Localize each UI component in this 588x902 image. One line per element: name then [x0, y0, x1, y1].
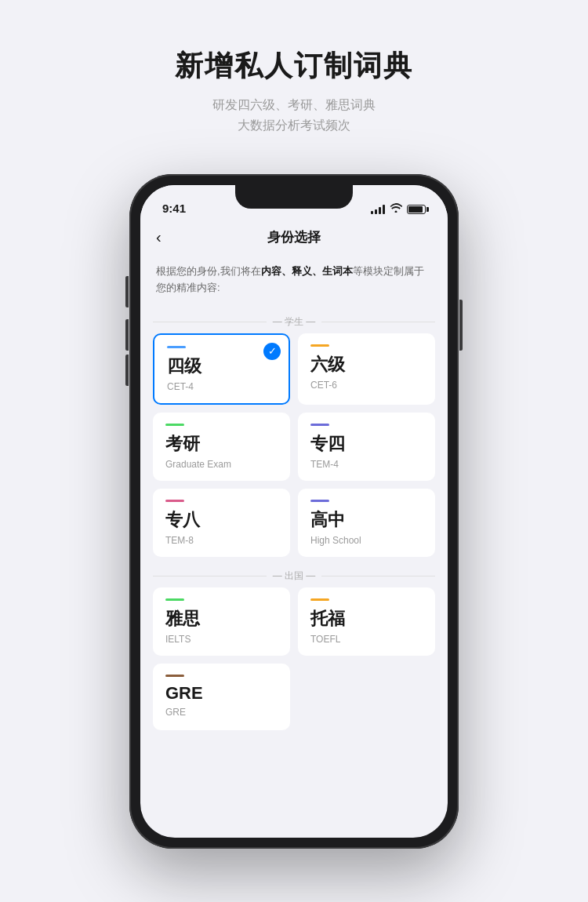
phone-wrapper: 9:41: [129, 174, 459, 849]
subtitle-line2: 大数据分析考试频次: [175, 115, 413, 136]
card-name-cet4: 四级: [167, 355, 276, 378]
card-sub-cet4: CET-4: [167, 381, 276, 392]
card-name-tem8: 专八: [165, 508, 278, 532]
card-sub-gre: GRE: [165, 707, 278, 718]
desc-prefix: 根据您的身份,我们将在: [156, 265, 261, 277]
cards-grid: 四级 CET-4 ✓ 六级 CET-6 考研 Graduate Exam: [140, 333, 448, 557]
card-name-tem4: 专四: [310, 432, 423, 456]
nav-title: 身份选择: [267, 228, 321, 246]
description-area: 根据您的身份,我们将在内容、释义、生词本等模块定制属于您的精准内容:: [140, 254, 448, 309]
card-accent-kaoyan: [165, 424, 184, 426]
subtitle-line1: 研发四六级、考研、雅思词典: [175, 95, 413, 115]
status-icons: [371, 203, 426, 215]
card-name-cet6: 六级: [310, 353, 423, 376]
card-sub-cet6: CET-6: [310, 380, 423, 391]
section-college-divider: — 学生 —: [140, 309, 448, 333]
check-circle-cet4: ✓: [263, 343, 281, 360]
card-sub-ielts: IELTS: [165, 634, 278, 645]
card-gre[interactable]: GRE GRE: [153, 664, 290, 730]
card-name-kaoyan: 考研: [165, 432, 278, 456]
wifi-icon: [390, 203, 402, 215]
card-name-highschool: 高中: [310, 508, 423, 532]
card-accent-tem4: [310, 424, 329, 426]
card-toefl[interactable]: 托福 TOEFL: [298, 587, 435, 656]
card-accent-highschool: [310, 500, 329, 502]
card-accent-cet4: [167, 346, 186, 348]
notch: [235, 185, 353, 209]
card-sub-tem4: TEM-4: [310, 459, 423, 470]
back-button[interactable]: ‹: [156, 228, 162, 246]
card-highschool[interactable]: 高中 High School: [298, 489, 435, 557]
card-cet6[interactable]: 六级 CET-6: [298, 333, 435, 405]
card-sub-highschool: High School: [310, 535, 423, 546]
desc-bold: 内容、释义、生词本: [261, 265, 353, 277]
card-ielts[interactable]: 雅思 IELTS: [153, 587, 290, 656]
phone-shell: 9:41: [129, 174, 459, 849]
card-name-ielts: 雅思: [165, 607, 278, 631]
card-accent-gre: [165, 675, 184, 677]
phone-screen: 9:41: [140, 185, 448, 838]
card-accent-toefl: [310, 598, 329, 601]
card-name-toefl: 托福: [310, 607, 423, 631]
header-section: 新增私人订制词典 研发四六级、考研、雅思词典 大数据分析考试频次: [175, 0, 413, 158]
section-abroad-divider: — 出国 —: [140, 563, 448, 587]
card-kaoyan[interactable]: 考研 Graduate Exam: [153, 413, 290, 481]
header-subtitle: 研发四六级、考研、雅思词典 大数据分析考试频次: [175, 95, 413, 135]
battery-fill: [408, 206, 423, 213]
cards-grid-abroad: 雅思 IELTS 托福 TOEFL GRE GRE: [140, 587, 448, 746]
signal-icon: [371, 205, 385, 214]
card-accent-cet6: [310, 344, 329, 347]
card-sub-kaoyan: Graduate Exam: [165, 459, 278, 470]
status-time: 9:41: [162, 202, 186, 215]
card-tem8[interactable]: 专八 TEM-8: [153, 489, 290, 557]
card-tem4[interactable]: 专四 TEM-4: [298, 413, 435, 481]
nav-bar: ‹ 身份选择: [140, 220, 448, 254]
card-accent-tem8: [165, 500, 184, 502]
card-sub-toefl: TOEFL: [310, 634, 423, 645]
card-sub-tem8: TEM-8: [165, 535, 278, 546]
card-name-gre: GRE: [165, 683, 278, 704]
page-title: 新增私人订制词典: [175, 47, 413, 85]
card-accent-ielts: [165, 598, 184, 601]
card-cet4[interactable]: 四级 CET-4 ✓: [153, 333, 290, 405]
battery-icon: [407, 205, 426, 214]
